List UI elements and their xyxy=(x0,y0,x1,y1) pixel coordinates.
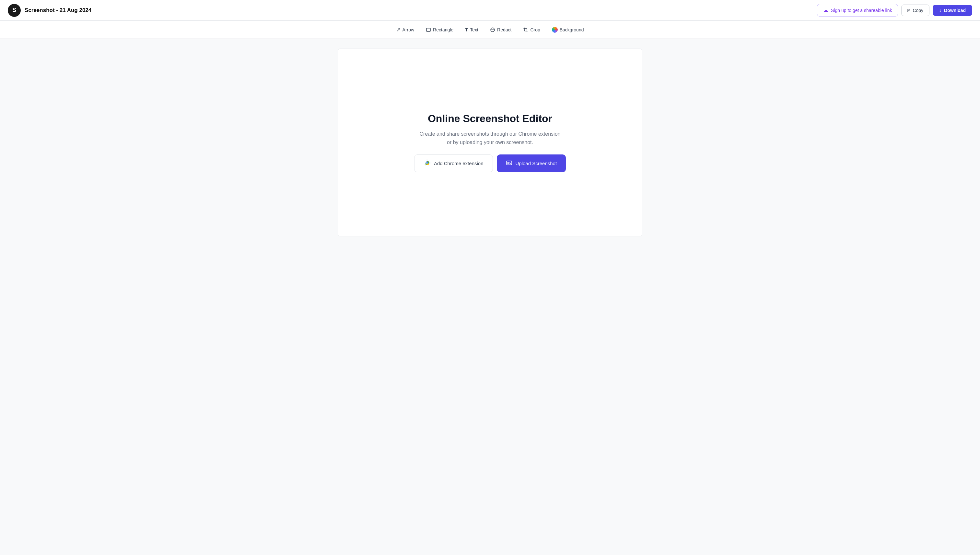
redact-icon xyxy=(490,27,495,32)
svg-rect-0 xyxy=(426,28,430,31)
text-label: Text xyxy=(470,27,478,32)
download-label: Download xyxy=(944,8,966,13)
empty-state-subtitle: Create and share screenshots through our… xyxy=(419,130,561,146)
header-left: S Screenshot - 21 Aug 2024 xyxy=(8,4,92,17)
copy-label: Copy xyxy=(912,8,923,13)
main-area: Online Screenshot Editor Create and shar… xyxy=(0,39,980,555)
empty-state-title: Online Screenshot Editor xyxy=(428,113,552,125)
cloud-icon: ☁ xyxy=(823,7,828,13)
logo-avatar: S xyxy=(8,4,21,17)
page-title: Screenshot - 21 Aug 2024 xyxy=(25,7,92,14)
header-right: ☁ Sign up to get a shareable link ⎘ Copy… xyxy=(817,4,972,16)
toolbar-background[interactable]: Background xyxy=(547,24,589,35)
rectangle-icon xyxy=(426,27,431,32)
download-icon: ↓ xyxy=(939,8,941,13)
toolbar: ↗ Arrow Rectangle T Text Redact Crop xyxy=(0,21,980,39)
header: S Screenshot - 21 Aug 2024 ☁ Sign up to … xyxy=(0,0,980,21)
text-icon: T xyxy=(465,27,468,32)
logo-letter: S xyxy=(12,7,16,14)
canvas-container: Online Screenshot Editor Create and shar… xyxy=(338,48,642,236)
rectangle-label: Rectangle xyxy=(433,27,454,32)
upload-icon xyxy=(506,160,512,167)
download-button[interactable]: ↓ Download xyxy=(933,5,972,16)
toolbar-crop[interactable]: Crop xyxy=(518,25,545,35)
upload-label: Upload Screenshot xyxy=(516,160,557,166)
shareable-link-button[interactable]: ☁ Sign up to get a shareable link xyxy=(817,4,898,16)
crop-icon xyxy=(523,27,528,32)
background-label: Background xyxy=(560,27,584,32)
copy-button[interactable]: ⎘ Copy xyxy=(901,5,929,16)
crop-label: Crop xyxy=(530,27,540,32)
copy-icon: ⎘ xyxy=(908,8,910,13)
arrow-icon: ↗ xyxy=(396,27,401,33)
empty-state: Online Screenshot Editor Create and shar… xyxy=(414,113,566,172)
svg-point-7 xyxy=(426,162,428,164)
toolbar-arrow[interactable]: ↗ Arrow xyxy=(391,24,420,35)
arrow-label: Arrow xyxy=(402,27,415,32)
shareable-label: Sign up to get a shareable link xyxy=(831,8,892,13)
add-chrome-extension-button[interactable]: Add Chrome extension xyxy=(414,154,493,172)
toolbar-rectangle[interactable]: Rectangle xyxy=(421,25,459,35)
chrome-icon xyxy=(423,159,431,167)
redact-label: Redact xyxy=(497,27,512,32)
empty-state-actions: Add Chrome extension Upload Screenshot xyxy=(414,154,566,172)
toolbar-redact[interactable]: Redact xyxy=(485,25,517,35)
upload-screenshot-button[interactable]: Upload Screenshot xyxy=(497,154,566,172)
toolbar-text[interactable]: T Text xyxy=(460,24,484,35)
chrome-extension-label: Add Chrome extension xyxy=(434,160,484,166)
background-icon xyxy=(552,27,558,33)
